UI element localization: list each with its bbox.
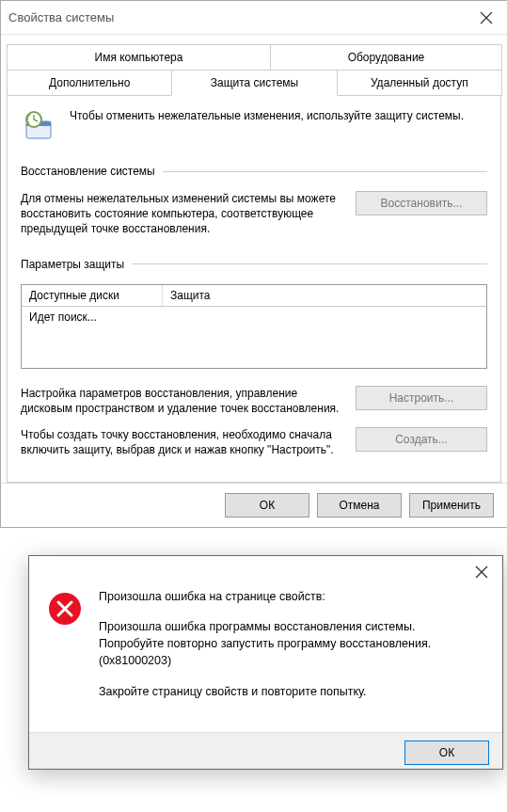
configure-button[interactable]: Настроить... bbox=[356, 386, 487, 410]
table-body: Идет поиск... bbox=[22, 307, 486, 327]
error-text: Произошла ошибка на странице свойств: Пр… bbox=[99, 588, 483, 713]
dialog-buttons: ОК Отмена Применить bbox=[1, 483, 507, 527]
error-line-1: Произошла ошибка на странице свойств: bbox=[99, 588, 483, 605]
window-title: Свойства системы bbox=[8, 10, 114, 24]
error-icon bbox=[48, 592, 82, 626]
cancel-button[interactable]: Отмена bbox=[317, 493, 402, 517]
close-icon bbox=[475, 565, 488, 579]
error-line-2: Произошла ошибка программы восстановлени… bbox=[99, 618, 483, 669]
tab-system-protection[interactable]: Защита системы bbox=[171, 70, 337, 96]
tabs-area: Имя компьютера Оборудование Дополнительн… bbox=[1, 35, 507, 483]
error-titlebar bbox=[29, 556, 502, 588]
error-dialog-buttons: ОК bbox=[29, 732, 502, 769]
restore-row: Для отмены нежелательных изменений систе… bbox=[21, 191, 487, 237]
tab-row-1: Имя компьютера Оборудование bbox=[7, 44, 501, 70]
col-drives[interactable]: Доступные диски bbox=[22, 285, 163, 306]
system-properties-window: Свойства системы Имя компьютера Оборудов… bbox=[0, 0, 507, 528]
table-header: Доступные диски Защита bbox=[22, 285, 486, 307]
configure-desc: Настройка параметров восстановления, упр… bbox=[21, 386, 342, 416]
section-settings-label: Параметры защиты bbox=[21, 258, 124, 271]
tab-panel-protection: Чтобы отменить нежелательные изменения, … bbox=[7, 95, 501, 483]
tab-computer-name[interactable]: Имя компьютера bbox=[7, 44, 271, 70]
restore-button[interactable]: Восстановить... bbox=[356, 191, 487, 215]
tab-advanced[interactable]: Дополнительно bbox=[7, 70, 172, 96]
create-desc: Чтобы создать точку восстановления, необ… bbox=[21, 427, 342, 457]
error-dialog: Произошла ошибка на странице свойств: Пр… bbox=[28, 555, 503, 770]
col-protection[interactable]: Защита bbox=[163, 285, 486, 306]
intro-row: Чтобы отменить нежелательные изменения, … bbox=[21, 108, 487, 146]
error-body: Произошла ошибка на странице свойств: Пр… bbox=[29, 588, 502, 732]
table-status-row: Идет поиск... bbox=[29, 310, 479, 324]
error-line-3: Закройте страницу свойств и повторите по… bbox=[99, 683, 483, 700]
section-restore-label: Восстановление системы bbox=[21, 165, 155, 178]
restore-desc: Для отмены нежелательных изменений систе… bbox=[21, 191, 342, 237]
section-settings-header: Параметры защиты bbox=[21, 258, 487, 271]
tab-remote-access[interactable]: Удаленный доступ bbox=[337, 70, 502, 96]
intro-text: Чтобы отменить нежелательные изменения, … bbox=[70, 108, 464, 123]
drives-table[interactable]: Доступные диски Защита Идет поиск... bbox=[21, 284, 487, 369]
titlebar: Свойства системы bbox=[1, 1, 507, 35]
close-icon bbox=[480, 11, 493, 24]
create-row: Чтобы создать точку восстановления, необ… bbox=[21, 427, 487, 457]
configure-row: Настройка параметров восстановления, упр… bbox=[21, 386, 487, 416]
ok-button[interactable]: ОК bbox=[225, 493, 309, 517]
apply-button[interactable]: Применить bbox=[409, 493, 494, 517]
error-close-button[interactable] bbox=[461, 556, 502, 588]
close-button[interactable] bbox=[466, 1, 507, 35]
section-restore-header: Восстановление системы bbox=[21, 165, 487, 178]
tab-row-2: Дополнительно Защита системы Удаленный д… bbox=[7, 70, 501, 96]
create-button[interactable]: Создать... bbox=[356, 427, 487, 452]
system-protection-icon bbox=[21, 108, 58, 146]
error-ok-button[interactable]: ОК bbox=[404, 740, 489, 765]
tab-hardware[interactable]: Оборудование bbox=[270, 44, 502, 70]
